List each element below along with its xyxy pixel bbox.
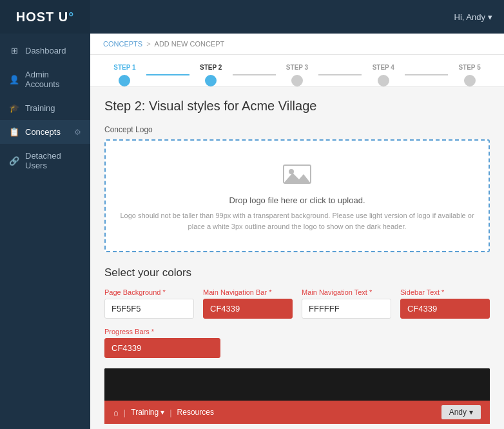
sidebar-nav: ⊞ Dashboard 👤 Admin Accounts 🎓 Training … (0, 34, 90, 429)
breadcrumb: CONCEPTS > ADD NEW CONCEPT (90, 34, 504, 55)
main-nav-text-label: Main Navigation Text * (302, 288, 391, 296)
training-icon: 🎓 (9, 103, 19, 113)
preview-user-label: Andy (449, 408, 467, 417)
preview-nav-training-label: Training (131, 408, 159, 417)
step-1-circle (119, 75, 130, 86)
image-upload-icon (119, 160, 476, 190)
page-bg-label: Page Background * (104, 288, 194, 296)
step-2-circle (205, 75, 217, 86)
progress-bars-row: Progress Bars * (104, 328, 490, 358)
sidebar-text-input[interactable] (400, 299, 490, 319)
app-logo: HOST U° (0, 0, 90, 34)
concepts-icon: 📋 (9, 127, 19, 137)
step-5[interactable]: Step 5 (448, 64, 491, 86)
step-4-circle (378, 75, 389, 86)
preview-section: ⌂ | Training ▾ | Resources Andy ▾ (104, 368, 490, 429)
preview-nav-training[interactable]: Training ▾ (131, 408, 164, 417)
detached-users-icon: 🔗 (9, 156, 19, 166)
logo-upload-area[interactable]: Drop logo file here or click to upload. … (104, 139, 490, 252)
user-dropdown-arrow: ▾ (488, 12, 492, 22)
topbar: Hi, Andy ▾ (90, 0, 504, 34)
step-3[interactable]: Step 3 (276, 64, 319, 86)
wizard-steps: STEP 1 Step 2 Step 3 Step 4 (90, 55, 504, 87)
sidebar-item-training[interactable]: 🎓 Training (0, 96, 90, 120)
preview-header (104, 368, 490, 401)
page-body: Step 2: Visual styles for Acme Village C… (90, 87, 504, 429)
step-3-circle (291, 75, 303, 86)
main-nav-text-input[interactable] (302, 299, 391, 319)
breadcrumb-current: ADD NEW CONCEPT (155, 40, 225, 48)
color-fields-row: Page Background * Main Navigation Bar * … (104, 288, 490, 319)
progress-bars-input-wrapper (104, 338, 220, 358)
connector-1-2 (146, 74, 189, 75)
upload-main-text: Drop logo file here or click to upload. (119, 195, 476, 205)
preview-nav-sep-1: | (124, 408, 126, 417)
sidebar-item-label: Concepts (25, 127, 61, 137)
sidebar-item-dashboard[interactable]: ⊞ Dashboard (0, 39, 90, 63)
connector-4-5 (405, 74, 448, 75)
sidebar-item-label: Admin Accounts (25, 70, 81, 89)
step-4-label: Step 4 (373, 64, 394, 71)
main-nav-text-field: Main Navigation Text * (302, 288, 391, 319)
breadcrumb-concepts-link[interactable]: CONCEPTS (103, 40, 142, 48)
preview-nav-resources[interactable]: Resources (177, 408, 214, 417)
concept-logo-label: Concept Logo (104, 125, 490, 134)
step-5-label: Step 5 (458, 64, 480, 71)
connector-2-3 (233, 74, 276, 75)
user-greeting: Hi, Andy (454, 12, 485, 22)
upload-hint-text: Logo should not be taller than 99px with… (119, 210, 476, 232)
sidebar-item-label: Training (25, 103, 55, 113)
content-area: CONCEPTS > ADD NEW CONCEPT STEP 1 Step 2… (90, 34, 504, 429)
connector-3-4 (318, 74, 362, 75)
preview-nav-resources-label: Resources (177, 408, 214, 417)
preview-nav-training-arrow: ▾ (160, 408, 164, 417)
page-title: Step 2: Visual styles for Acme Village (104, 99, 490, 114)
preview-user-menu[interactable]: Andy ▾ (441, 405, 481, 419)
gear-icon: ⚙ (74, 128, 81, 137)
sidebar: HOST U° ⊞ Dashboard 👤 Admin Accounts 🎓 T… (0, 0, 90, 429)
sidebar-item-detached-users[interactable]: 🔗 Detached Users (0, 144, 90, 177)
sidebar-item-concepts[interactable]: 📋 Concepts ⚙ (0, 120, 90, 144)
breadcrumb-separator: > (146, 40, 150, 48)
logo-text: HOST U° (16, 10, 75, 25)
step-1[interactable]: STEP 1 (103, 64, 146, 86)
sidebar-item-label: Detached Users (25, 151, 81, 170)
main-nav-bar-label: Main Navigation Bar * (203, 288, 293, 296)
page-background-field: Page Background * (104, 288, 194, 319)
dashboard-icon: ⊞ (9, 46, 19, 55)
main-nav-bar-field: Main Navigation Bar * (203, 288, 293, 319)
user-menu[interactable]: Hi, Andy ▾ (454, 12, 492, 22)
preview-nav-home-icon[interactable]: ⌂ (113, 408, 119, 417)
main-nav-bar-input[interactable] (203, 299, 293, 319)
main-content: Hi, Andy ▾ CONCEPTS > ADD NEW CONCEPT ST… (90, 0, 504, 429)
preview-content: Training Progress 50% (104, 424, 490, 429)
step-4[interactable]: Step 4 (362, 64, 405, 86)
admin-icon: 👤 (9, 75, 19, 85)
sidebar-item-label: Dashboard (25, 46, 66, 55)
progress-bars-label: Progress Bars * (104, 328, 490, 335)
page-bg-input[interactable] (104, 299, 194, 319)
preview-nav: ⌂ | Training ▾ | Resources Andy ▾ (104, 401, 490, 424)
sidebar-text-field: Sidebar Text * (400, 288, 490, 319)
preview-nav-sep-2: | (170, 408, 171, 417)
step-1-label: STEP 1 (113, 64, 135, 71)
sidebar-text-label: Sidebar Text * (400, 288, 490, 296)
progress-bars-input[interactable] (104, 338, 220, 358)
sidebar-item-admin-accounts[interactable]: 👤 Admin Accounts (0, 63, 90, 96)
colors-title: Select your colors (104, 266, 490, 279)
step-2-label: Step 2 (200, 64, 222, 71)
step-2[interactable]: Step 2 (189, 64, 233, 86)
svg-marker-2 (284, 173, 311, 183)
step-3-label: Step 3 (286, 64, 308, 71)
step-5-circle (464, 75, 476, 86)
steps-row: STEP 1 Step 2 Step 3 Step 4 (103, 64, 491, 86)
preview-user-arrow: ▾ (469, 408, 473, 417)
